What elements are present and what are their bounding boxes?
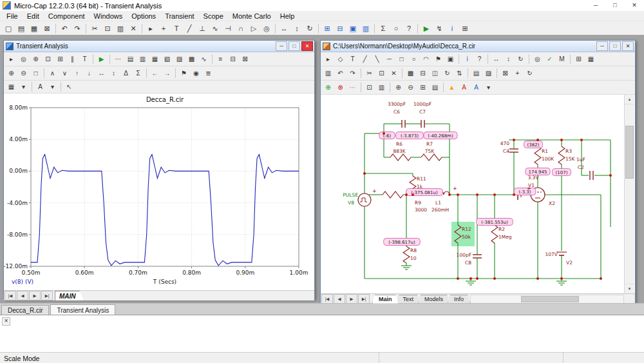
save-icon[interactable]: ▦: [28, 22, 41, 35]
menu-windows[interactable]: Windows: [90, 12, 128, 20]
tab-info[interactable]: Info: [448, 295, 470, 304]
cursor-left-icon[interactable]: ←: [149, 68, 161, 79]
open-file-icon[interactable]: ▤: [15, 22, 28, 35]
format-dropdown-icon[interactable]: ▾: [17, 81, 30, 93]
text-mode-icon[interactable]: T: [170, 22, 183, 35]
menu-transient[interactable]: Transient: [160, 12, 198, 20]
inductor-component-icon[interactable]: ∩: [234, 22, 247, 35]
diagonal-wire-tool-icon[interactable]: ╲: [371, 54, 383, 65]
info-icon[interactable]: i: [446, 22, 459, 35]
find-icon[interactable]: ○: [390, 22, 402, 35]
zoom-area-icon[interactable]: ⊞: [417, 82, 429, 93]
redo-icon[interactable]: ↷: [346, 68, 359, 79]
menu-scope[interactable]: Scope: [199, 12, 228, 20]
rotate-icon[interactable]: ↻: [515, 54, 527, 65]
child-titlebar[interactable]: Transient Analysis ─□✕: [4, 41, 314, 52]
go-to-y-icon[interactable]: ⊠: [239, 54, 251, 65]
resistor-component-icon[interactable]: ∿: [209, 22, 222, 35]
delta-icon[interactable]: Δ: [120, 68, 132, 79]
horizontal-scroll-track[interactable]: [470, 295, 624, 304]
flip-y-icon[interactable]: ⇅: [453, 68, 466, 79]
child-maximize-button[interactable]: □: [609, 41, 621, 51]
next-page-button[interactable]: ▶: [29, 291, 41, 300]
horizontal-grids-icon[interactable]: ▥: [137, 54, 149, 65]
normalize-icon[interactable]: ◉: [190, 68, 202, 79]
border-toggle-icon[interactable]: ▦: [585, 54, 597, 65]
data-points-icon[interactable]: ⋯: [112, 54, 124, 65]
run-analysis-icon[interactable]: ▶: [420, 22, 433, 35]
diode-component-icon[interactable]: ▷: [247, 22, 260, 35]
menu-options[interactable]: Options: [127, 12, 160, 20]
text-red-icon[interactable]: A: [458, 82, 470, 93]
panel-close-icon[interactable]: ✕: [2, 317, 10, 326]
select-mode-icon[interactable]: ▸: [144, 22, 157, 35]
probe-icon[interactable]: ↯: [433, 22, 446, 35]
properties-icon[interactable]: ≡: [214, 54, 227, 65]
vertical-grids-icon[interactable]: ▦: [149, 54, 161, 65]
stats-icon[interactable]: Σ: [132, 68, 144, 79]
rotate-90-icon[interactable]: ↻: [441, 68, 453, 79]
flip-horizontal-icon[interactable]: ↔: [278, 22, 290, 35]
vertical-scroll-thumb[interactable]: [625, 126, 634, 179]
ellipse-tool-icon[interactable]: ○: [408, 54, 420, 65]
warning-icon[interactable]: ▲: [446, 82, 458, 93]
tab-transient-analysis[interactable]: Transient Analysis: [50, 304, 115, 315]
vertical-scrollbar[interactable]: ▲ ▼: [624, 95, 634, 293]
peak-icon[interactable]: ∧: [46, 68, 59, 79]
cursor-right-icon[interactable]: →: [161, 68, 173, 79]
circuit-editor-window[interactable]: C:\Users\Normann\Desktop\MyAudio\Decca_R…: [320, 40, 636, 302]
line-tool-icon[interactable]: ─: [383, 54, 395, 65]
minor-log-grids-icon[interactable]: ▧: [161, 54, 173, 65]
rotate-icon[interactable]: ↻: [303, 22, 316, 35]
child-close-button[interactable]: ✕: [622, 41, 634, 51]
rectangle-tool-icon[interactable]: □: [395, 54, 408, 65]
help-mode-icon[interactable]: ?: [402, 22, 415, 35]
component-mode-icon[interactable]: +: [157, 22, 170, 35]
component-mode-icon[interactable]: ◇: [334, 54, 346, 65]
tab-main[interactable]: Main: [372, 295, 399, 304]
close-file-icon[interactable]: ⊠: [41, 22, 53, 35]
waveform-buffer-icon[interactable]: ∿: [198, 54, 210, 65]
zoom-mode-icon[interactable]: ⊕: [30, 54, 42, 65]
toolbar-toggle-icon[interactable]: ▤: [470, 68, 482, 79]
valley-icon[interactable]: ∨: [59, 68, 71, 79]
zoom-out-icon[interactable]: ⊖: [17, 68, 30, 79]
vertical-tag-icon[interactable]: ↕: [108, 68, 120, 79]
waveform-plot[interactable]: 8.00m4.00m0.00m-4.00m-8.00m-12.00m0.50m0…: [4, 93, 312, 290]
font-dropdown-icon[interactable]: ▾: [482, 82, 495, 93]
delete-icon[interactable]: ✕: [388, 68, 400, 79]
child-titlebar[interactable]: C:\Users\Normann\Desktop\MyAudio\Decca_R…: [321, 41, 635, 52]
pan-tool-icon[interactable]: +: [511, 68, 524, 79]
hide-node-values-icon[interactable]: ⊗: [334, 82, 346, 93]
sum-icon[interactable]: Σ: [377, 22, 390, 35]
minimize-button[interactable]: ─: [586, 0, 605, 11]
menu-component[interactable]: Component: [44, 12, 90, 20]
zoom-fit-icon[interactable]: ⊠: [499, 68, 511, 79]
tracker-icon[interactable]: ▩: [185, 54, 198, 65]
box-zoom-icon[interactable]: ⊡: [42, 54, 54, 65]
tag-icon[interactable]: ⚑: [178, 68, 190, 79]
picture-tool-icon[interactable]: ▣: [444, 54, 457, 65]
pattern-icon[interactable]: ▨: [482, 68, 495, 79]
child-close-button[interactable]: ✕: [301, 41, 313, 51]
capacitor-component-icon[interactable]: ⊣: [222, 22, 234, 35]
copy-picture-icon[interactable]: ⊡: [363, 82, 375, 93]
select-mode-icon[interactable]: ▸: [5, 54, 17, 65]
scale-mode-icon[interactable]: ⊞: [54, 54, 66, 65]
last-page-button[interactable]: ▶|: [41, 291, 53, 300]
page-view-icon[interactable]: ▤: [429, 82, 441, 93]
tab-models[interactable]: Models: [418, 295, 450, 304]
menu-help[interactable]: Help: [276, 12, 299, 20]
split-window-icon[interactable]: ▥: [359, 22, 372, 35]
copy-icon[interactable]: ⊡: [375, 68, 388, 79]
high-icon[interactable]: ↑: [71, 68, 83, 79]
annotate-mode-icon[interactable]: ◎: [17, 54, 30, 65]
menu-monte-carlo[interactable]: Monte Carlo: [228, 12, 276, 20]
child-minimize-button[interactable]: ─: [596, 41, 608, 51]
source-component-icon[interactable]: ◎: [260, 22, 273, 35]
undo-icon[interactable]: ↶: [334, 68, 346, 79]
step-box-icon[interactable]: ⊟: [417, 68, 429, 79]
menu-edit[interactable]: Edit: [23, 12, 44, 20]
tab-text[interactable]: Text: [397, 295, 421, 304]
delete-icon[interactable]: ✕: [127, 22, 140, 35]
